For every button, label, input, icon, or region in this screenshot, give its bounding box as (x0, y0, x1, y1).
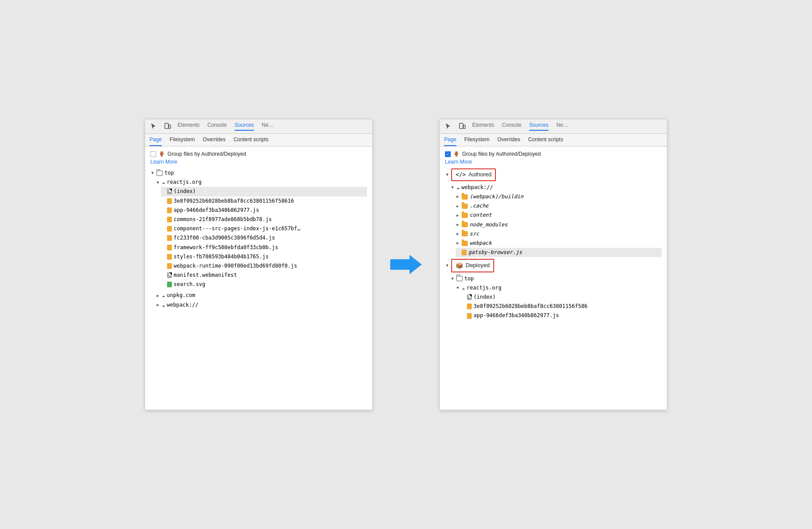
deployed-section-header[interactable]: 📦 Deployed (451, 259, 494, 272)
subtab-filesystem-right[interactable]: Filesystem (464, 134, 489, 146)
file-yellow-icon-gatsby (462, 250, 467, 255)
folder-icon-cache (462, 204, 468, 209)
triangle-buildin (456, 193, 460, 200)
group-files-row-left: 🏺 Group files by Authored/Deployed (150, 151, 367, 157)
subtab-page-right[interactable]: Page (444, 134, 456, 146)
tree-item-content[interactable]: content (456, 211, 662, 220)
tree-item-app-right-label: app-9466def3ba340b862977.js (474, 311, 559, 320)
tree-item-top[interactable]: top (150, 168, 367, 178)
file-yellow-icon-app (167, 207, 172, 213)
tab-elements[interactable]: Elements (178, 122, 199, 131)
subtab-content-scripts-right[interactable]: Content scripts (528, 134, 563, 146)
tree-item-webpack-buildin[interactable]: (webpack)/buildin (456, 192, 662, 201)
learn-more-left[interactable]: Learn More (150, 159, 367, 165)
svg-rect-3 (463, 125, 465, 129)
tree-item-commons[interactable]: commons-21f8977ade868b5bdb78.js (161, 215, 367, 224)
cursor-icon[interactable] (150, 122, 157, 130)
file-yellow-icon-hash1 (167, 198, 172, 204)
tab-console[interactable]: Console (207, 122, 227, 131)
left-file-tree: top ☁ reactjs.org (index) 3e8f (150, 168, 367, 310)
folder-icon-src (462, 231, 468, 236)
triangle-top-right (450, 275, 455, 282)
subtab-overrides-right[interactable]: Overrides (497, 134, 520, 146)
tree-item-reactjs-right[interactable]: ☁ reactjs.org (456, 283, 662, 293)
tree-item-cache[interactable]: .cache (456, 201, 662, 211)
group-files-checkbox-left[interactable] (150, 151, 156, 157)
tree-item-unpkg[interactable]: ☁ unpkg.com (156, 291, 367, 300)
authored-section-header[interactable]: </> Authored (451, 168, 496, 181)
tree-item-reactjs[interactable]: ☁ reactjs.org (156, 178, 367, 187)
file-gray-icon-index (167, 189, 172, 194)
tree-item-cache-label: .cache (470, 202, 488, 210)
triangle-webpack-left (156, 302, 160, 308)
subtab-overrides-left[interactable]: Overrides (203, 134, 225, 146)
tab-sources[interactable]: Sources (235, 122, 254, 131)
device-icon-right[interactable] (458, 122, 466, 130)
learn-more-right[interactable]: Learn More (445, 159, 662, 165)
tab-network-right[interactable]: Ne… (556, 122, 568, 131)
group-files-checkbox-right[interactable] (445, 151, 451, 157)
deployed-label: Deployed (466, 261, 490, 270)
tree-item-app-right[interactable]: app-9466def3ba340b862977.js (461, 311, 662, 320)
cloud-icon-webpack-right: ☁ (456, 183, 459, 192)
tree-item-framework[interactable]: framework-ff9c508ebfda0f33cb0b.js (161, 243, 367, 252)
cursor-icon-right[interactable] (444, 122, 452, 130)
subtab-page-left[interactable]: Page (150, 134, 162, 146)
tree-item-src-label: src (470, 230, 479, 238)
tree-item-unpkg-label: unpkg.com (167, 291, 195, 300)
device-icon[interactable] (164, 122, 171, 130)
file-yellow-icon-component (167, 226, 172, 232)
tree-item-index-right[interactable]: (index) (461, 293, 662, 302)
tree-item-app[interactable]: app-9466def3ba340b862977.js (161, 206, 367, 215)
funnel-icon-left: 🏺 (159, 151, 165, 157)
file-yellow-icon-commons (167, 217, 172, 222)
tree-item-src[interactable]: src (456, 229, 662, 239)
triangle-webpack-folder (456, 240, 460, 246)
folder-icon-webpack (462, 241, 468, 246)
tree-item-styles[interactable]: styles-fb708593b484b04b1765.js (161, 252, 367, 261)
triangle-src (456, 231, 460, 237)
right-panel-content: 🏺 Group files by Authored/Deployed Learn… (440, 147, 667, 410)
tree-item-index[interactable]: (index) (161, 187, 367, 196)
tree-item-fc[interactable]: fc233f00-cba3d9005c3896f6d5d4.js (161, 233, 367, 243)
tree-item-webpack-right-label: webpack:// (461, 183, 493, 192)
tree-item-webpack-left[interactable]: ☁ webpack:// (156, 300, 367, 310)
file-yellow-icon-webpack-runtime (167, 263, 172, 269)
file-yellow-icon-fc (167, 235, 172, 241)
tree-item-reactjs-label: reactjs.org (167, 178, 201, 186)
tree-item-manifest[interactable]: manifest.webmanifest (161, 271, 367, 280)
tab-sources-right[interactable]: Sources (529, 122, 548, 131)
tree-item-webpack-left-label: webpack:// (167, 301, 198, 309)
tab-console-right[interactable]: Console (502, 122, 521, 131)
tree-item-webpack-folder[interactable]: webpack (456, 239, 662, 248)
tree-item-hash1[interactable]: 3e8f09252b6028beb8baf8cc63801156f58616 (161, 197, 367, 206)
tab-elements-right[interactable]: Elements (472, 122, 494, 131)
tree-item-gatsby[interactable]: gatsby-browser.js (456, 248, 662, 257)
tree-item-component[interactable]: component---src-pages-index-js-e1c657bf… (161, 224, 367, 233)
left-devtools-panel: Elements Console Sources Ne… Page Filesy… (145, 119, 373, 410)
tree-item-hash-right[interactable]: 3e8f09252b6028beb8baf8cc63801156f586 (461, 302, 662, 311)
tree-item-webpack-runtime-label: webpack-runtime-090f00ed13bd69fd80f0.js (174, 262, 297, 270)
tree-item-app-label: app-9466def3ba340b862977.js (174, 206, 259, 214)
tree-item-webpack-right[interactable]: ☁ webpack:// (450, 183, 662, 192)
tree-item-framework-label: framework-ff9c508ebfda0f33cb0b.js (174, 243, 278, 252)
subtab-filesystem-left[interactable]: Filesystem (170, 134, 195, 146)
triangle-unpkg (156, 293, 160, 299)
cloud-icon-unpkg: ☁ (162, 291, 165, 300)
tree-item-webpack-runtime[interactable]: webpack-runtime-090f00ed13bd69fd80f0.js (161, 261, 367, 271)
cloud-icon-reactjs: ☁ (162, 178, 165, 186)
right-toolbar-tabs: Elements Console Sources Ne… (472, 122, 568, 131)
tree-item-hash-right-label: 3e8f09252b6028beb8baf8cc63801156f586 (474, 302, 588, 311)
tree-item-search-svg[interactable]: search.svg (161, 280, 367, 289)
tab-network[interactable]: Ne… (262, 122, 274, 131)
tree-item-node-modules[interactable]: node_modules (456, 220, 662, 229)
screenshot-container: Elements Console Sources Ne… Page Filesy… (145, 119, 667, 410)
authored-label: Authored (468, 170, 491, 179)
svg-rect-2 (459, 123, 463, 129)
group-files-label-left: Group files by Authored/Deployed (167, 151, 246, 157)
tree-item-top-label: top (164, 169, 174, 177)
subtab-content-scripts-left[interactable]: Content scripts (233, 134, 268, 146)
tree-item-top-right[interactable]: top (450, 274, 662, 283)
code-brackets-icon: </> (456, 170, 466, 179)
tree-item-top-right-label: top (464, 275, 474, 283)
